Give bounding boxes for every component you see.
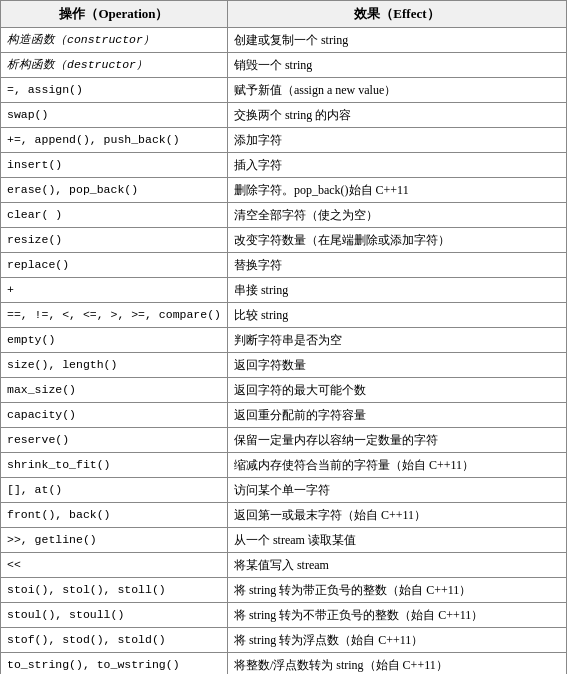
table-row: reserve()保留一定量内存以容纳一定数量的字符	[1, 427, 567, 452]
table-row: insert()插入字符	[1, 152, 567, 177]
effect-cell: 交换两个 string 的内容	[227, 102, 566, 127]
effect-cell: 将某值写入 stream	[227, 552, 566, 577]
effect-cell: 删除字符。pop_back()始自 C++11	[227, 177, 566, 202]
operation-cell: resize()	[1, 227, 228, 252]
table-row: max_size()返回字符的最大可能个数	[1, 377, 567, 402]
effect-cell: 从一个 stream 读取某值	[227, 527, 566, 552]
operation-cell: <<	[1, 552, 228, 577]
effect-cell: 将 string 转为带正负号的整数（始自 C++11）	[227, 577, 566, 602]
operation-cell: 析构函数（destructor）	[1, 52, 228, 77]
table-row: swap()交换两个 string 的内容	[1, 102, 567, 127]
operation-cell: [], at()	[1, 477, 228, 502]
effect-cell: 清空全部字符（使之为空）	[227, 202, 566, 227]
table-row: 析构函数（destructor）销毁一个 string	[1, 52, 567, 77]
operation-cell: +	[1, 277, 228, 302]
table-row: front(), back()返回第一或最末字符（始自 C++11）	[1, 502, 567, 527]
operation-cell: +=, append(), push_back()	[1, 127, 228, 152]
operation-cell: stoi(), stol(), stoll()	[1, 577, 228, 602]
table-row: capacity()返回重分配前的字符容量	[1, 402, 567, 427]
effect-cell: 缩减内存使符合当前的字符量（始自 C++11）	[227, 452, 566, 477]
table-row: resize()改变字符数量（在尾端删除或添加字符）	[1, 227, 567, 252]
table-row: +=, append(), push_back()添加字符	[1, 127, 567, 152]
table-row: =, assign()赋予新值（assign a new value）	[1, 77, 567, 102]
operation-cell: capacity()	[1, 402, 228, 427]
effect-cell: 将整数/浮点数转为 string（始自 C++11）	[227, 652, 566, 674]
table-row: >>, getline()从一个 stream 读取某值	[1, 527, 567, 552]
table-row: <<将某值写入 stream	[1, 552, 567, 577]
effect-cell: 返回字符数量	[227, 352, 566, 377]
table-row: empty()判断字符串是否为空	[1, 327, 567, 352]
effect-cell: 访问某个单一字符	[227, 477, 566, 502]
operation-cell: 构造函数（constructor）	[1, 27, 228, 52]
table-row: [], at()访问某个单一字符	[1, 477, 567, 502]
table-row: stoul(), stoull()将 string 转为不带正负号的整数（始自 …	[1, 602, 567, 627]
col1-header: 操作（Operation）	[1, 1, 228, 28]
effect-cell: 插入字符	[227, 152, 566, 177]
effect-cell: 将 string 转为不带正负号的整数（始自 C++11）	[227, 602, 566, 627]
table-row: stoi(), stol(), stoll()将 string 转为带正负号的整…	[1, 577, 567, 602]
effect-cell: 添加字符	[227, 127, 566, 152]
effect-cell: 创建或复制一个 string	[227, 27, 566, 52]
effect-cell: 串接 string	[227, 277, 566, 302]
table-row: erase(), pop_back()删除字符。pop_back()始自 C++…	[1, 177, 567, 202]
table-row: stof(), stod(), stold()将 string 转为浮点数（始自…	[1, 627, 567, 652]
effect-cell: 替换字符	[227, 252, 566, 277]
operation-cell: >>, getline()	[1, 527, 228, 552]
col2-header: 效果（Effect）	[227, 1, 566, 28]
operation-cell: swap()	[1, 102, 228, 127]
effect-cell: 赋予新值（assign a new value）	[227, 77, 566, 102]
effect-cell: 返回重分配前的字符容量	[227, 402, 566, 427]
table-row: shrink_to_fit()缩减内存使符合当前的字符量（始自 C++11）	[1, 452, 567, 477]
table-row: ==, !=, <, <=, >, >=, compare()比较 string	[1, 302, 567, 327]
table-row: 构造函数（constructor）创建或复制一个 string	[1, 27, 567, 52]
effect-cell: 改变字符数量（在尾端删除或添加字符）	[227, 227, 566, 252]
table-row: replace()替换字符	[1, 252, 567, 277]
operation-cell: to_string(), to_wstring()	[1, 652, 228, 674]
effect-cell: 将 string 转为浮点数（始自 C++11）	[227, 627, 566, 652]
operation-cell: stoul(), stoull()	[1, 602, 228, 627]
effect-cell: 返回第一或最末字符（始自 C++11）	[227, 502, 566, 527]
operation-cell: max_size()	[1, 377, 228, 402]
table-row: +串接 string	[1, 277, 567, 302]
operation-cell: shrink_to_fit()	[1, 452, 228, 477]
operation-cell: replace()	[1, 252, 228, 277]
operations-table: 操作（Operation） 效果（Effect） 构造函数（constructo…	[0, 0, 567, 674]
operation-cell: reserve()	[1, 427, 228, 452]
effect-cell: 判断字符串是否为空	[227, 327, 566, 352]
operation-cell: clear( )	[1, 202, 228, 227]
operation-cell: front(), back()	[1, 502, 228, 527]
operation-cell: empty()	[1, 327, 228, 352]
effect-cell: 返回字符的最大可能个数	[227, 377, 566, 402]
operation-cell: insert()	[1, 152, 228, 177]
effect-cell: 比较 string	[227, 302, 566, 327]
table-row: size(), length()返回字符数量	[1, 352, 567, 377]
operation-cell: size(), length()	[1, 352, 228, 377]
effect-cell: 销毁一个 string	[227, 52, 566, 77]
operation-cell: stof(), stod(), stold()	[1, 627, 228, 652]
table-row: clear( )清空全部字符（使之为空）	[1, 202, 567, 227]
operation-cell: ==, !=, <, <=, >, >=, compare()	[1, 302, 228, 327]
effect-cell: 保留一定量内存以容纳一定数量的字符	[227, 427, 566, 452]
table-row: to_string(), to_wstring()将整数/浮点数转为 strin…	[1, 652, 567, 674]
operation-cell: =, assign()	[1, 77, 228, 102]
operation-cell: erase(), pop_back()	[1, 177, 228, 202]
